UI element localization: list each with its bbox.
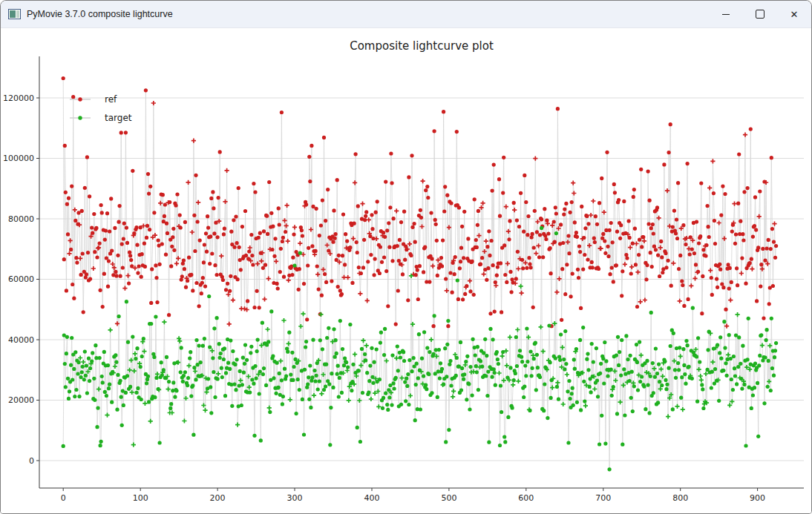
data-point-target	[258, 392, 261, 395]
data-point-ref	[362, 238, 366, 242]
data-point-target	[595, 379, 599, 383]
x-tick-label: 200	[210, 493, 226, 503]
maximize-button[interactable]	[743, 1, 777, 27]
data-point-target	[103, 390, 107, 394]
data-point-target	[498, 444, 502, 447]
data-point-ref	[632, 188, 636, 191]
data-point-ref	[379, 245, 382, 248]
data-point-target	[523, 363, 527, 367]
data-point-target	[194, 378, 197, 381]
data-point-ref	[497, 177, 501, 181]
data-point-target	[583, 400, 586, 403]
data-point-ref	[591, 266, 595, 269]
data-point-ref	[769, 247, 773, 251]
data-point-ref	[387, 246, 391, 249]
data-point-ref	[69, 248, 73, 251]
data-point-target	[525, 326, 528, 330]
data-point-ref	[63, 144, 67, 148]
data-point-ref	[471, 260, 474, 263]
data-point-target	[414, 383, 418, 386]
data-point-ref	[413, 222, 416, 225]
data-point-ref	[202, 260, 206, 264]
data-point-target	[758, 354, 762, 358]
data-point-target	[592, 360, 595, 363]
data-point-target	[759, 333, 763, 337]
data-point-target	[502, 435, 506, 438]
data-point-target	[243, 343, 247, 347]
data-point-ref	[442, 209, 446, 213]
data-point-target	[382, 396, 385, 400]
data-point-target	[223, 346, 226, 350]
data-point-ref	[324, 280, 328, 284]
data-point-ref	[453, 272, 456, 276]
data-point-ref	[677, 267, 681, 271]
data-point-target	[698, 360, 701, 363]
data-point-ref	[680, 280, 684, 283]
data-point-target	[448, 363, 451, 366]
data-point-ref	[493, 310, 497, 314]
data-point-ref	[105, 211, 109, 215]
data-point-ref	[326, 188, 330, 191]
data-point-ref	[488, 254, 491, 257]
data-point-ref	[122, 222, 126, 225]
data-point-target	[534, 388, 538, 392]
data-point-target	[250, 378, 254, 381]
data-point-ref	[267, 180, 271, 184]
data-point-target	[261, 321, 264, 325]
data-point-ref	[674, 231, 678, 235]
data-point-ref	[129, 258, 133, 262]
data-point-ref	[99, 203, 103, 207]
data-point-target	[731, 388, 735, 392]
data-point-ref	[586, 222, 590, 225]
data-point-ref	[735, 266, 739, 270]
window-titlebar[interactable]: PyMovie 3.7.0 composite lightcurve ✕	[1, 1, 811, 28]
data-point-ref	[116, 254, 119, 257]
data-point-target	[665, 383, 669, 386]
data-point-ref	[334, 232, 338, 236]
data-point-target	[186, 376, 190, 380]
data-point-target	[62, 444, 65, 448]
data-point-target	[468, 407, 471, 411]
data-point-ref	[131, 169, 134, 173]
data-point-ref	[559, 223, 563, 226]
data-point-ref	[215, 273, 219, 277]
data-point-target	[646, 383, 650, 387]
minimize-button[interactable]	[709, 1, 743, 27]
data-point-ref	[74, 256, 78, 260]
data-point-ref	[291, 256, 295, 260]
data-point-target	[396, 369, 400, 372]
data-point-ref	[432, 324, 436, 328]
data-point-ref	[706, 204, 710, 208]
window-title: PyMovie 3.7.0 composite lightcurve	[27, 9, 173, 19]
close-button[interactable]: ✕	[777, 1, 811, 27]
data-point-target	[582, 380, 586, 383]
data-point-ref	[182, 259, 186, 263]
data-point-target	[335, 372, 339, 376]
data-point-ref	[652, 245, 656, 248]
data-point-target	[336, 364, 340, 368]
data-point-target	[116, 373, 119, 377]
data-point-target	[307, 398, 311, 401]
data-point-ref	[125, 226, 128, 230]
data-point-ref	[580, 205, 583, 208]
data-point-ref	[103, 238, 107, 242]
data-point-ref	[345, 240, 349, 243]
data-point-ref	[71, 95, 75, 99]
data-point-target	[608, 467, 612, 471]
data-point-target	[652, 391, 655, 395]
data-point-target	[124, 391, 128, 395]
close-icon: ✕	[790, 10, 799, 19]
data-point-target	[772, 374, 776, 378]
x-tick-label: 300	[287, 493, 303, 503]
data-point-target	[114, 353, 117, 357]
data-point-target	[563, 329, 567, 333]
data-point-ref	[763, 259, 767, 263]
data-point-target	[751, 393, 755, 397]
data-point-ref	[577, 244, 581, 248]
data-point-target	[606, 375, 609, 378]
data-point-ref	[167, 313, 171, 317]
data-point-ref	[388, 205, 392, 209]
data-point-ref	[392, 217, 396, 220]
data-point-target	[348, 323, 352, 326]
data-point-target	[604, 359, 608, 363]
